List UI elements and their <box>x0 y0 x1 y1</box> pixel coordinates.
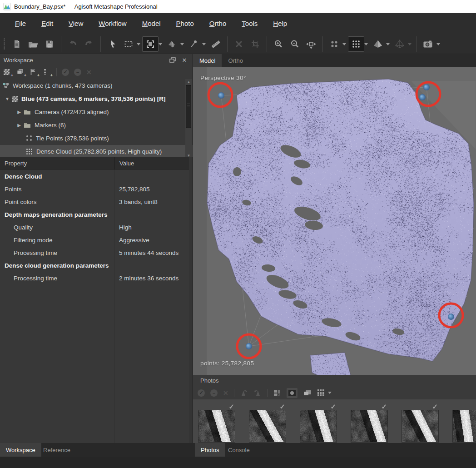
column-property: Property <box>0 160 114 167</box>
window-title: Boundary_Bay.psx* — Agisoft Metashape Pr… <box>14 3 158 10</box>
tab-model[interactable]: Model <box>193 54 222 67</box>
column-value: Value <box>114 157 193 169</box>
scroll-up-icon[interactable]: ▲ <box>185 79 192 85</box>
add-photos-button[interactable]: + <box>17 69 25 76</box>
tree-item-dense-cloud[interactable]: Dense Cloud (25,782,805 points, High qua… <box>0 145 193 158</box>
fit-to-view-button[interactable] <box>303 36 319 52</box>
workspace-panel-title: Workspace <box>4 57 33 64</box>
model-viewport[interactable]: Perspective 30° points: 25,782,805 <box>193 67 476 375</box>
tab-ortho[interactable]: Ortho <box>222 54 249 67</box>
scrollbar-thumb[interactable] <box>186 85 191 128</box>
menu-model[interactable]: Model <box>134 17 169 30</box>
tree-item-workspace[interactable]: Workspace (1 chunks, 473 cameras) <box>0 79 193 92</box>
measure-point-button[interactable] <box>186 36 202 52</box>
tree-scrollbar[interactable]: ▲ ▼ <box>185 79 192 158</box>
tree-item-cameras[interactable]: ▶ Cameras (472/473 aligned) <box>0 105 193 119</box>
new-document-button[interactable] <box>9 36 25 52</box>
navigation-button[interactable] <box>164 36 180 52</box>
photo-thumbnails: ✓ ✓ ✓ ✓ ✓ <box>193 399 476 443</box>
menu-tools[interactable]: Tools <box>234 17 265 30</box>
dense-cloud-icon <box>26 149 33 155</box>
photo-thumbnail[interactable]: ✓ <box>198 410 234 442</box>
add-marker-button[interactable]: + <box>30 69 38 76</box>
property-row: Filtering modeAggressive <box>0 234 193 246</box>
photo-thumbnail[interactable]: ✓ <box>402 410 438 442</box>
photo-thumbnail[interactable] <box>452 410 476 442</box>
show-model-wireframe-button[interactable] <box>392 36 408 52</box>
disable-photo-button[interactable]: – <box>210 389 218 397</box>
menu-file[interactable]: File <box>7 17 34 30</box>
photo-checked-icon: ✓ <box>381 403 387 411</box>
tab-photos[interactable]: Photos <box>195 443 225 457</box>
menu-workflow[interactable]: Workflow <box>91 17 134 30</box>
toolbar-grip[interactable] <box>1 37 7 51</box>
measure-point-dropdown[interactable] <box>202 43 206 47</box>
zoom-in-button[interactable] <box>270 36 287 52</box>
show-tie-points-dropdown[interactable] <box>342 43 346 47</box>
redo-button[interactable] <box>81 36 97 52</box>
menu-view[interactable]: View <box>61 17 91 30</box>
show-masks-button[interactable] <box>287 388 298 398</box>
add-scalebar-button[interactable]: + <box>43 69 51 76</box>
property-grid-header: Property Value <box>0 157 193 170</box>
expander-open-icon[interactable]: ▼ <box>5 96 10 101</box>
zoom-out-button[interactable] <box>287 36 303 52</box>
photo-thumbnail[interactable]: ✓ <box>351 410 387 442</box>
resize-region-button[interactable] <box>142 36 159 52</box>
tab-console[interactable]: Console <box>222 443 256 457</box>
select-arrow-button[interactable] <box>104 36 120 52</box>
float-panel-icon[interactable] <box>168 56 177 64</box>
expander-closed-icon[interactable]: ▶ <box>16 123 22 128</box>
show-dense-cloud-dropdown[interactable] <box>364 43 368 47</box>
show-overlay-button[interactable] <box>303 389 312 396</box>
show-dense-cloud-button[interactable] <box>348 36 364 52</box>
remove-photo-button[interactable]: ✕ <box>223 389 228 397</box>
rectangle-selection-button[interactable] <box>120 36 137 52</box>
model-viewport-canvas[interactable] <box>193 67 476 375</box>
folder-icon <box>24 109 31 115</box>
add-chunk-button[interactable]: + <box>4 69 12 76</box>
remove-item-button[interactable]: ✕ <box>86 69 92 76</box>
rotate-left-button[interactable] <box>240 389 248 397</box>
menu-edit[interactable]: Edit <box>34 17 61 30</box>
crop-selection-button[interactable] <box>247 36 263 52</box>
show-photos-button[interactable] <box>420 36 436 52</box>
tab-reference[interactable]: Reference <box>37 443 76 457</box>
show-photos-dropdown[interactable] <box>436 43 440 47</box>
menu-photo[interactable]: Photo <box>169 17 202 30</box>
enable-photo-button[interactable]: ✓ <box>198 389 205 397</box>
menu-help[interactable]: Help <box>265 17 295 30</box>
disable-item-button[interactable]: – <box>74 69 81 76</box>
expander-closed-icon[interactable]: ▶ <box>16 110 22 115</box>
tree-item-tie-points[interactable]: Tie Points (378,536 points) <box>0 132 193 145</box>
show-model-shaded-button[interactable] <box>370 36 386 52</box>
show-model-shaded-dropdown[interactable] <box>386 43 390 47</box>
status-bar <box>0 457 476 468</box>
rotate-right-button[interactable] <box>253 389 262 397</box>
resize-region-dropdown[interactable] <box>159 43 162 47</box>
enable-item-button[interactable]: ✓ <box>62 69 69 76</box>
tree-item-markers[interactable]: ▶ Markers (6) <box>0 119 193 132</box>
rectangle-selection-dropdown[interactable] <box>137 43 140 47</box>
thumbnail-view-dropdown[interactable] <box>328 392 332 396</box>
delete-selection-button[interactable] <box>231 36 247 52</box>
open-project-button[interactable] <box>25 36 41 52</box>
thumbnail-view-button[interactable] <box>317 389 324 396</box>
save-project-button[interactable] <box>41 36 58 52</box>
metashape-logo-icon <box>3 3 11 10</box>
show-tie-points-button[interactable] <box>326 36 342 52</box>
property-scrollbar[interactable] <box>189 157 193 443</box>
undo-button[interactable] <box>64 36 81 52</box>
photo-thumbnail[interactable]: ✓ <box>249 410 285 442</box>
show-model-wireframe-dropdown[interactable] <box>408 43 412 47</box>
menu-ortho[interactable]: Ortho <box>202 17 234 30</box>
photo-thumbnail[interactable]: ✓ <box>300 410 336 442</box>
tree-item-chunk-blue[interactable]: ▼ Blue (473 cameras, 6 markers, 378,536 … <box>0 92 193 105</box>
navigation-dropdown[interactable] <box>180 43 184 47</box>
folder-icon <box>24 122 31 128</box>
close-panel-icon[interactable]: ✕ <box>180 56 189 64</box>
filter-photos-button[interactable] <box>273 389 281 397</box>
ruler-button[interactable] <box>208 36 224 52</box>
property-row: Points25,782,805 <box>0 183 193 195</box>
tab-workspace[interactable]: Workspace <box>0 443 41 457</box>
